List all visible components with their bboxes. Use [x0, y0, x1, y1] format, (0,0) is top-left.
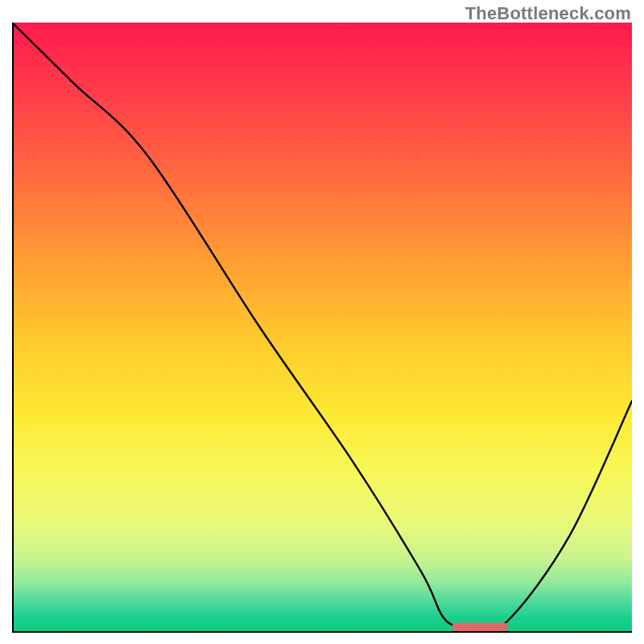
chart-container: TheBottleneck.com	[0, 0, 644, 644]
plot-background-gradient	[12, 23, 632, 633]
watermark-text: TheBottleneck.com	[465, 3, 631, 24]
